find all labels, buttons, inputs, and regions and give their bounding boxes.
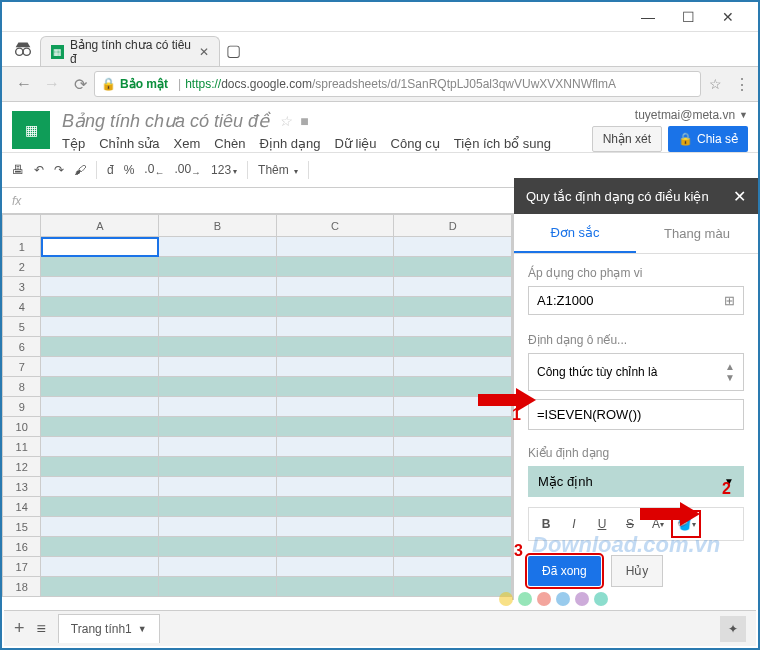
cell[interactable] xyxy=(41,417,159,437)
column-header[interactable]: B xyxy=(159,215,277,237)
cell[interactable] xyxy=(394,497,512,517)
chevron-down-icon[interactable]: ▼ xyxy=(739,110,748,120)
tab-close-icon[interactable]: ✕ xyxy=(199,45,209,59)
row-header[interactable]: 9 xyxy=(3,397,41,417)
menu-chỉnh sửa[interactable]: Chỉnh sửa xyxy=(99,136,159,151)
cell[interactable] xyxy=(41,437,159,457)
all-sheets-button[interactable]: ≡ xyxy=(37,620,46,638)
cell[interactable] xyxy=(159,337,277,357)
cell[interactable] xyxy=(276,537,394,557)
done-button[interactable]: Đã xong xyxy=(528,556,601,586)
cell[interactable] xyxy=(276,337,394,357)
window-close-button[interactable]: ✕ xyxy=(708,9,748,25)
cell[interactable] xyxy=(159,397,277,417)
nav-back-button[interactable]: ← xyxy=(10,75,38,93)
print-button[interactable]: 🖶 xyxy=(12,163,24,177)
row-header[interactable]: 15 xyxy=(3,517,41,537)
row-header[interactable]: 11 xyxy=(3,437,41,457)
cell[interactable] xyxy=(41,277,159,297)
browser-tab[interactable]: ▦ Bảng tính chưa có tiêu đ ✕ xyxy=(40,36,220,66)
cell[interactable] xyxy=(159,557,277,577)
increase-decimal-button[interactable]: .00→ xyxy=(174,162,201,178)
row-header[interactable]: 2 xyxy=(3,257,41,277)
cell[interactable] xyxy=(276,237,394,257)
cell[interactable] xyxy=(394,237,512,257)
format-preview-select[interactable]: Mặc định ▼ xyxy=(528,466,744,497)
browser-menu-button[interactable]: ⋮ xyxy=(734,75,750,94)
more-formats-button[interactable]: Thêm ▾ xyxy=(258,163,298,177)
cell[interactable] xyxy=(159,437,277,457)
cell[interactable] xyxy=(41,557,159,577)
cell[interactable] xyxy=(159,417,277,437)
cell[interactable] xyxy=(276,517,394,537)
row-header[interactable]: 3 xyxy=(3,277,41,297)
cell[interactable] xyxy=(159,277,277,297)
cell[interactable] xyxy=(159,457,277,477)
cell[interactable] xyxy=(159,357,277,377)
window-minimize-button[interactable]: — xyxy=(628,9,668,25)
row-header[interactable]: 14 xyxy=(3,497,41,517)
number-format-button[interactable]: 123▾ xyxy=(211,163,237,177)
cell[interactable] xyxy=(276,577,394,597)
cell[interactable] xyxy=(276,397,394,417)
cell[interactable] xyxy=(276,357,394,377)
row-header[interactable]: 16 xyxy=(3,537,41,557)
column-header[interactable]: A xyxy=(41,215,159,237)
row-header[interactable]: 5 xyxy=(3,317,41,337)
menu-tiện ích bổ sung[interactable]: Tiện ích bổ sung xyxy=(454,136,551,151)
close-panel-button[interactable]: ✕ xyxy=(733,187,746,206)
row-header[interactable]: 12 xyxy=(3,457,41,477)
menu-định dạng[interactable]: Định dạng xyxy=(259,136,320,151)
cell[interactable] xyxy=(41,477,159,497)
cell[interactable] xyxy=(159,497,277,517)
cell[interactable] xyxy=(276,297,394,317)
cell[interactable] xyxy=(41,377,159,397)
cell[interactable] xyxy=(394,357,512,377)
undo-button[interactable]: ↶ xyxy=(34,163,44,177)
comments-button[interactable]: Nhận xét xyxy=(592,126,662,152)
cell[interactable] xyxy=(41,537,159,557)
explore-button[interactable]: ✦ xyxy=(720,616,746,642)
document-title[interactable]: Bảng tính chưa có tiêu đề xyxy=(62,110,269,132)
decrease-decimal-button[interactable]: .0← xyxy=(144,162,164,178)
cell[interactable] xyxy=(276,477,394,497)
tab-single-color[interactable]: Đơn sắc xyxy=(514,214,636,253)
row-header[interactable]: 4 xyxy=(3,297,41,317)
menu-xem[interactable]: Xem xyxy=(174,136,201,151)
menu-tệp[interactable]: Tệp xyxy=(62,136,85,151)
cell[interactable] xyxy=(394,477,512,497)
row-header[interactable]: 18 xyxy=(3,577,41,597)
cell[interactable] xyxy=(41,577,159,597)
cell[interactable] xyxy=(394,417,512,437)
cell[interactable] xyxy=(394,297,512,317)
cell[interactable] xyxy=(394,337,512,357)
cell[interactable] xyxy=(41,457,159,477)
range-input[interactable]: A1:Z1000 ⊞ xyxy=(528,286,744,315)
cell[interactable] xyxy=(159,257,277,277)
address-bar[interactable]: 🔒 Bảo mật | https://docs.google.com/spre… xyxy=(94,71,701,97)
cell[interactable] xyxy=(41,397,159,417)
cell[interactable] xyxy=(276,437,394,457)
cell[interactable] xyxy=(394,317,512,337)
cell[interactable] xyxy=(276,317,394,337)
cell[interactable] xyxy=(159,297,277,317)
sheet-tab[interactable]: Trang tính1 ▼ xyxy=(58,614,160,643)
new-tab-button[interactable]: ▢ xyxy=(226,41,241,60)
cell[interactable] xyxy=(41,357,159,377)
row-header[interactable]: 17 xyxy=(3,557,41,577)
cell[interactable] xyxy=(159,477,277,497)
cell[interactable] xyxy=(41,497,159,517)
star-icon[interactable]: ☆ xyxy=(279,113,292,129)
column-header[interactable]: C xyxy=(276,215,394,237)
cell[interactable] xyxy=(41,337,159,357)
cell[interactable] xyxy=(276,377,394,397)
cell[interactable] xyxy=(394,537,512,557)
row-header[interactable]: 8 xyxy=(3,377,41,397)
paint-format-button[interactable]: 🖌 xyxy=(74,163,86,177)
redo-button[interactable]: ↷ xyxy=(54,163,64,177)
cell[interactable] xyxy=(276,257,394,277)
cell[interactable] xyxy=(159,577,277,597)
cell[interactable] xyxy=(159,377,277,397)
cell[interactable] xyxy=(276,277,394,297)
cell[interactable] xyxy=(41,237,159,257)
